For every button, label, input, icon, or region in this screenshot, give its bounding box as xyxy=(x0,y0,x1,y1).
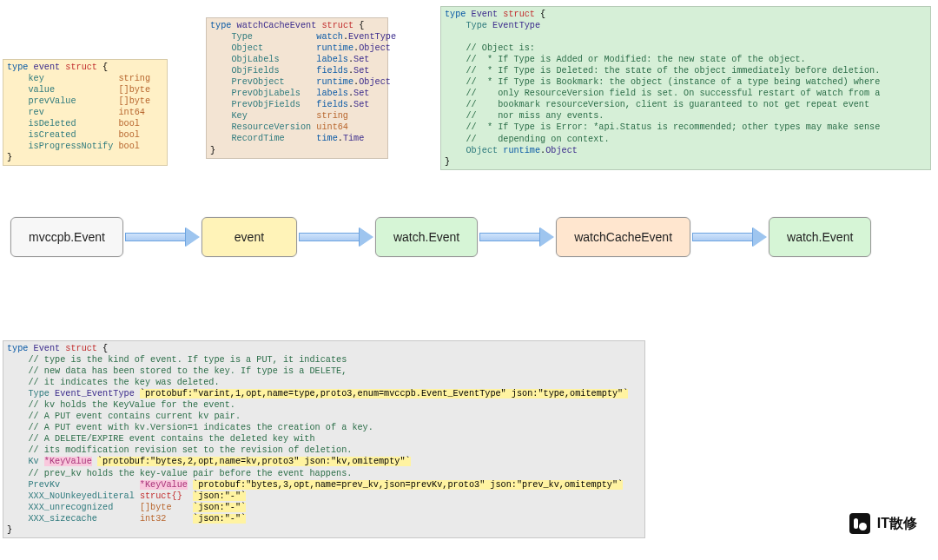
field-object: Object xyxy=(466,146,498,155)
codebox-event-struct: type event struct { key string value []b… xyxy=(3,59,168,166)
comment: // prev_kv holds the key-value pair befo… xyxy=(28,469,352,478)
flow-arrow-icon xyxy=(125,227,200,247)
brace-close: } xyxy=(7,153,12,162)
type-eventtype: EventType xyxy=(492,21,540,30)
type-event-eventtype: Event_EventType xyxy=(55,389,135,399)
watermark-text: IT散修 xyxy=(877,515,917,533)
kw-type: type xyxy=(7,63,28,72)
flow-diagram: mvccpb.Eventeventwatch.EventwatchCacheEv… xyxy=(10,217,871,257)
flow-node-mvccpb-event: mvccpb.Event xyxy=(10,217,123,257)
struct-name-watchevent: Event xyxy=(472,10,499,19)
kw-type: type xyxy=(210,21,231,30)
flow-node-watch-event: watch.Event xyxy=(375,217,478,257)
comment: // A DELETE/EXPIRE event contains the de… xyxy=(28,434,314,444)
kw-struct: struct xyxy=(65,344,97,353)
comment: // kv holds the KeyValue for the event. xyxy=(28,400,234,410)
struct-name-wce: watchCacheEvent xyxy=(237,21,317,30)
struct-name-event: event xyxy=(34,63,61,72)
field-xxx: XXX_NoUnkeyedLiteral xyxy=(28,491,134,501)
comment: // it indicates the key was deleted. xyxy=(28,378,219,387)
kw-struct: struct xyxy=(65,63,97,72)
field-prevkv: PrevKv xyxy=(28,480,60,490)
type-struct-empty: struct{} xyxy=(140,491,182,501)
brace-close: } xyxy=(445,157,450,167)
struct-tag: `json:"-"` xyxy=(193,491,246,501)
kw-type: type xyxy=(7,344,28,353)
wechat-logo-icon xyxy=(849,513,870,534)
type-int32: int32 xyxy=(140,514,167,524)
watermark: IT散修 xyxy=(849,513,917,534)
kw-type: type xyxy=(445,10,466,19)
codebox-watchcacheevent-struct: type watchCacheEvent struct { Type watch… xyxy=(206,17,388,159)
pkg-runtime: runtime xyxy=(503,146,540,155)
comment: // A PUT event with kv.Version=1 indicat… xyxy=(28,423,373,432)
field-xxx: XXX_sizecache xyxy=(28,514,96,524)
codebox-mvccpb-event-struct: type Event struct { // type is the kind … xyxy=(3,340,645,538)
struct-tag: `json:"-"` xyxy=(193,514,246,524)
field-kv: Kv xyxy=(28,457,38,466)
struct-tag: `protobuf:"varint,1,opt,name=type,proto3… xyxy=(140,389,628,399)
type-keyvalue-ptr: *KeyValue xyxy=(140,480,188,490)
brace: { xyxy=(359,21,364,30)
struct-tag: `json:"-"` xyxy=(193,503,246,512)
comment: // A PUT event contains current kv pair. xyxy=(28,412,241,421)
flow-node-watch-event: watch.Event xyxy=(769,217,871,257)
brace: { xyxy=(102,63,108,72)
flow-node-event: event xyxy=(201,217,297,257)
kw-struct: struct xyxy=(321,21,353,30)
flow-arrow-icon xyxy=(479,227,554,247)
codebox-watch-event-struct: type Event struct { Type EventType // Ob… xyxy=(440,6,931,170)
brace-close: } xyxy=(210,146,215,155)
type-bytes: []byte xyxy=(140,503,172,512)
struct-tag: `protobuf:"bytes,2,opt,name=kv,proto3" j… xyxy=(97,457,411,466)
brace: { xyxy=(102,344,108,353)
kw-struct: struct xyxy=(503,10,535,19)
field-type: Type xyxy=(28,389,49,399)
struct-tag: `protobuf:"bytes,3,opt,name=prev_kv,json… xyxy=(193,480,623,490)
comment: // its modification revision set to the … xyxy=(28,445,352,455)
type-keyvalue-ptr: *KeyValue xyxy=(44,457,92,466)
flow-arrow-icon xyxy=(299,227,373,247)
type-object: Object xyxy=(545,146,578,155)
field-type: Type xyxy=(466,21,486,30)
struct-name-mvccpb-event: Event xyxy=(34,344,61,353)
brace: { xyxy=(540,10,545,19)
comment: // new data has been stored to the key. … xyxy=(28,366,347,376)
flow-arrow-icon xyxy=(692,227,767,247)
field-xxx: XXX_unrecognized xyxy=(28,503,113,512)
flow-node-watchcacheevent: watchCacheEvent xyxy=(556,217,690,257)
comment: // type is the kind of event. If type is… xyxy=(28,355,347,365)
brace-close: } xyxy=(7,525,12,535)
